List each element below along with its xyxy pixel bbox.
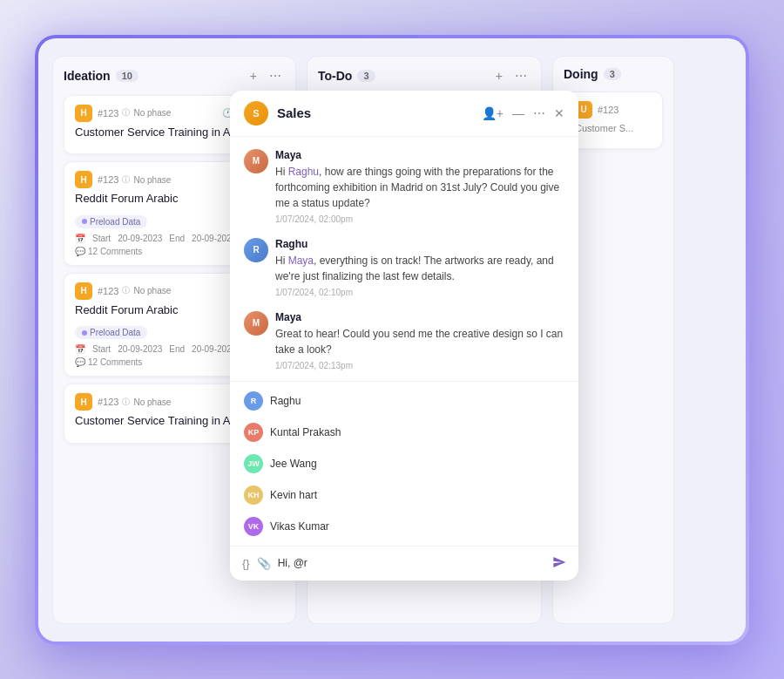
msg-2-avatar: R bbox=[244, 238, 268, 262]
mention-maya-1: Maya bbox=[288, 255, 314, 267]
todo-title-text: To-Do bbox=[318, 69, 352, 83]
chat-header: S Sales 👤+ — ⋯ ✕ bbox=[230, 91, 578, 137]
end-label-2: End bbox=[169, 234, 185, 243]
card-2-tag: Preload Data bbox=[75, 215, 147, 228]
calendar-icon-3: 📅 bbox=[75, 344, 85, 354]
send-button[interactable] bbox=[552, 555, 566, 572]
chat-messages: M Maya Hi Raghu, how are things going wi… bbox=[230, 137, 578, 381]
chat-avatar: S bbox=[244, 101, 268, 126]
app-container: Ideation 10 + ⋯ H #123 bbox=[35, 35, 749, 645]
mention-item-vikas[interactable]: VK Vikas Kumar bbox=[230, 511, 578, 542]
card-2-info-icon: ⓘ bbox=[122, 174, 130, 186]
todo-title: To-Do 3 bbox=[318, 69, 375, 83]
mention-name-raghu: Raghu bbox=[270, 395, 301, 407]
board-area: Ideation 10 + ⋯ H #123 bbox=[38, 38, 746, 642]
todo-more-btn[interactable]: ⋯ bbox=[511, 67, 531, 85]
msg-3-content: Maya Great to hear! Could you send me th… bbox=[275, 311, 564, 370]
comment-icon-3: 💬 bbox=[75, 357, 85, 367]
card-1-info-icon: ⓘ bbox=[122, 107, 130, 119]
card-1-phase: No phase bbox=[133, 108, 171, 118]
ideation-header: Ideation 10 + ⋯ bbox=[64, 67, 285, 85]
card-3-phase: No phase bbox=[133, 286, 171, 295]
doing-count: 3 bbox=[604, 68, 621, 80]
code-tool-btn[interactable]: {} bbox=[242, 557, 250, 570]
mention-avatar-vikas: VK bbox=[244, 517, 263, 536]
ideation-add-btn[interactable]: + bbox=[247, 67, 260, 85]
start-label-3: Start bbox=[92, 344, 111, 354]
doing-card-1-ticket: #123 bbox=[598, 105, 618, 115]
card-2-phase: No phase bbox=[133, 175, 171, 185]
card-2-meta: #123 ⓘ No phase bbox=[98, 174, 171, 186]
doing-header: Doing 3 bbox=[564, 67, 663, 81]
mention-name-vikas: Vikas Kumar bbox=[270, 520, 329, 533]
card-4-meta: #123 ⓘ No phase bbox=[98, 397, 171, 408]
msg-2-content: Raghu Hi Maya, everything is on track! T… bbox=[275, 238, 564, 297]
calendar-icon-2: 📅 bbox=[75, 234, 85, 243]
ideation-more-btn[interactable]: ⋯ bbox=[266, 67, 285, 85]
msg-3-text: Great to hear! Could you send me the cre… bbox=[275, 326, 564, 357]
mention-item-kevin[interactable]: KH Kevin hart bbox=[230, 479, 578, 511]
card-2-start: 20-09-2023 bbox=[118, 234, 162, 243]
chat-input-field[interactable] bbox=[278, 557, 545, 569]
chat-add-member-btn[interactable]: 👤+ bbox=[482, 106, 504, 120]
card-3-ticket: #123 bbox=[98, 286, 118, 296]
mention-avatar-raghu: R bbox=[244, 391, 263, 411]
ideation-title: Ideation 10 bbox=[64, 69, 139, 83]
doing-title-text: Doing bbox=[564, 67, 598, 81]
msg-2-sender: Raghu bbox=[275, 238, 564, 250]
card-3-info-icon: ⓘ bbox=[122, 285, 130, 296]
msg-2-time: 1/07/2024, 02:10pm bbox=[275, 288, 564, 297]
mention-avatar-jee: JW bbox=[244, 454, 263, 473]
doing-card-1-title: Customer S... bbox=[575, 122, 652, 134]
mention-dropdown: R Raghu KP Kuntal Prakash JW Jee Wang KH… bbox=[230, 381, 578, 546]
ideation-count: 10 bbox=[116, 70, 139, 82]
msg-1-time: 1/07/2024, 02:00pm bbox=[275, 214, 564, 224]
mention-item-raghu[interactable]: R Raghu bbox=[230, 385, 578, 417]
tag-dot-2 bbox=[82, 219, 87, 224]
chat-panel: S Sales 👤+ — ⋯ ✕ M Maya bbox=[230, 91, 578, 581]
mention-name-kuntal: Kuntal Prakash bbox=[270, 426, 341, 438]
ideation-title-text: Ideation bbox=[64, 69, 111, 83]
end-label-3: End bbox=[169, 344, 185, 354]
chat-header-actions: 👤+ — ⋯ ✕ bbox=[482, 106, 564, 120]
message-2: R Raghu Hi Maya, everything is on track!… bbox=[244, 238, 564, 297]
mention-avatar-kuntal: KP bbox=[244, 423, 263, 442]
card-3-meta: #123 ⓘ No phase bbox=[98, 285, 171, 296]
msg-3-time: 1/07/2024, 02:13pm bbox=[275, 361, 564, 370]
card-3-avatar: H bbox=[75, 282, 92, 300]
card-3-tag: Preload Data bbox=[75, 326, 147, 339]
chat-title: Sales bbox=[277, 105, 473, 120]
todo-add-btn[interactable]: + bbox=[492, 67, 506, 85]
tag-dot-3 bbox=[82, 330, 87, 336]
comment-icon-2: 💬 bbox=[75, 247, 85, 256]
mention-name-kevin: Kevin hart bbox=[270, 489, 317, 501]
chat-close-btn[interactable]: ✕ bbox=[554, 106, 564, 120]
chat-input-tools: {} 📎 bbox=[242, 557, 271, 570]
chat-minimize-btn[interactable]: — bbox=[512, 106, 524, 120]
doing-card-1-header: U #123 bbox=[575, 101, 652, 119]
mention-raghu-1: Raghu bbox=[288, 166, 319, 178]
card-1-avatar: H bbox=[75, 105, 92, 122]
chat-more-btn[interactable]: ⋯ bbox=[533, 106, 545, 120]
card-1-meta: #123 ⓘ No phase bbox=[98, 107, 171, 119]
attach-tool-btn[interactable]: 📎 bbox=[257, 557, 271, 570]
start-label-2: Start bbox=[92, 234, 111, 243]
msg-3-avatar: M bbox=[244, 311, 268, 336]
msg-1-content: Maya Hi Raghu, how are things going with… bbox=[275, 149, 564, 224]
mention-name-jee: Jee Wang bbox=[270, 458, 317, 470]
mention-item-kuntal[interactable]: KP Kuntal Prakash bbox=[230, 417, 578, 448]
msg-2-text: Hi Maya, everything is on track! The art… bbox=[275, 253, 564, 284]
card-3-start: 20-09-2023 bbox=[118, 344, 162, 354]
chat-input-area: {} 📎 bbox=[230, 546, 578, 581]
msg-3-sender: Maya bbox=[275, 311, 564, 323]
doing-card-1-meta: #123 bbox=[598, 105, 618, 115]
doing-card-1[interactable]: U #123 Customer S... bbox=[564, 92, 663, 149]
mention-item-jee[interactable]: JW Jee Wang bbox=[230, 448, 578, 479]
todo-header: To-Do 3 + ⋯ bbox=[318, 67, 531, 85]
todo-count: 3 bbox=[357, 70, 375, 82]
doing-title: Doing 3 bbox=[564, 67, 621, 81]
msg-1-sender: Maya bbox=[275, 149, 564, 161]
msg-1-avatar: M bbox=[244, 149, 268, 173]
card-4-avatar: H bbox=[75, 393, 92, 411]
card-4-ticket: #123 bbox=[98, 397, 118, 407]
